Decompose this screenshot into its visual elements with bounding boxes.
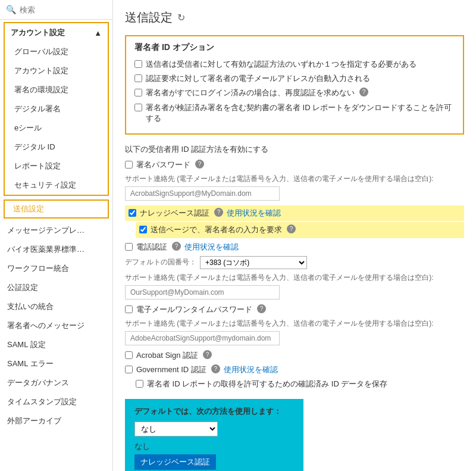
page-title-row: 送信設定 ↻ [125,10,464,26]
phone-auth-link[interactable]: 使用状況を確認 [184,242,239,252]
sidebar-item-msg-template[interactable]: メッセージテンプレ… [0,221,112,240]
help-icon-acrobat[interactable]: ? [203,350,212,359]
kb-sub-row: 送信ページで、署名者名の入力を要求 ? [136,222,464,238]
page-title: 送信設定 [125,10,173,26]
otp-row: 電子メールワンタイムパスワード ? [125,304,464,315]
sidebar-item-notarize[interactable]: 公証設定 [0,278,112,297]
sidebar-item-sign-env[interactable]: 署名の環境設定 [5,80,108,99]
help-icon-3[interactable]: ? [359,88,368,96]
search-input[interactable] [20,5,107,14]
gov-id-sub-checkbox[interactable] [136,380,143,388]
sidebar-item-digital-id[interactable]: デジタル ID [5,138,108,157]
gov-id-sub-row: 署名者 ID レポートの取得を許可するための確認済み ID データを保存 [136,379,464,389]
checkbox-row-3: 署名者がすでにログイン済みの場合は、再度認証を求めない ? [134,88,455,98]
help-icon-kb-sub[interactable]: ? [287,224,296,233]
phone-auth-label: 電話認証 [136,242,167,252]
checkbox-1-label: 送信者は受信者に対して有効な認証方法のいずれか１つを指定する必要がある [146,59,416,70]
kb-auth-link[interactable]: 使用状況を確認 [227,208,281,219]
phone-support-input[interactable] [125,285,280,300]
help-icon-phone[interactable]: ? [172,242,181,251]
country-select[interactable]: +383 (コソボ) [200,256,307,269]
sidebar-item-eseal[interactable]: eシール [5,118,108,138]
help-icon-otp[interactable]: ? [257,304,266,313]
checkbox-3[interactable] [134,89,142,96]
sign-password-checkbox[interactable] [125,161,133,169]
checkbox-row-2: 認証要求に対して署名者の電子メールアドレスが自動入力される [134,73,455,84]
sidebar-item-workflow[interactable]: ワークフロー統合 [0,259,112,278]
sidebar-item-bio-pharma[interactable]: バイオ医薬業界標準… [0,240,112,259]
sidebar-item-timestamp[interactable]: タイムスタンプ設定 [0,392,112,411]
phone-auth-checkbox[interactable] [125,243,133,251]
phone-auth-row: 電話認証 ? 使用状況を確認 [125,242,464,252]
signer-id-section: 署名者 ID オプション 送信者は受信者に対して有効な認証方法のいずれか１つを指… [125,35,464,135]
section-box-title: 署名者 ID オプション [134,42,455,53]
default-method-select[interactable]: なし ナレッジベース認証 [134,422,218,436]
sidebar-item-archive[interactable]: 外部アーカイブ [0,411,112,431]
default-kb-button[interactable]: ナレッジベース認証 [134,454,216,470]
checkbox-2-label: 認証要求に対して署名者の電子メールアドレスが自動入力される [146,73,370,84]
sidebar-item-signer-msg[interactable]: 署名者へのメッセージ [0,316,112,335]
kb-auth-label: ナレッジベース認証 [140,208,209,219]
sidebar-item-report[interactable]: レポート設定 [5,157,108,176]
checkbox-row-4: 署名者が検証済み署名を含む契約書の署名者 ID レポートをダウンロードすることを… [134,102,455,124]
acrobat-sign-checkbox[interactable] [125,351,133,359]
help-icon-kb[interactable]: ? [214,208,223,217]
checkbox-row-1: 送信者は受信者に対して有効な認証方法のいずれか１つを指定する必要がある [134,59,455,70]
sidebar-item-data-gov[interactable]: データガバナンス [0,373,112,392]
account-section-label: アカウント設定 [11,27,65,38]
gov-id-checkbox[interactable] [125,366,133,373]
gov-id-label: Government ID 認証 [136,364,206,375]
chevron-up-icon: ▲ [94,29,102,38]
default-none-text: なし [134,441,294,452]
support-text-1: サポート連絡先 (電子メールまたは電話番号を入力、送信者の電子メールを使用する場… [125,174,464,184]
checkbox-1[interactable] [134,60,142,68]
otp-checkbox[interactable] [125,305,133,313]
kb-sub-label: 送信ページで、署名者名の入力を要求 [151,224,282,235]
sidebar-item-global[interactable]: グローバル設定 [5,42,108,61]
sidebar-item-saml-error[interactable]: SAML エラー [0,354,112,373]
account-section-header[interactable]: アカウント設定 ▲ [5,23,108,42]
sign-password-input[interactable] [125,186,280,201]
default-country-row: デフォルトの国番号： +383 (コソボ) [125,256,464,269]
help-icon-gov[interactable]: ? [211,364,220,373]
refresh-icon[interactable]: ↻ [177,12,185,23]
acrobat-sign-label: Acrobat Sign 認証 [136,350,198,361]
account-section: アカウント設定 ▲ グローバル設定 アカウント設定 署名の環境設定 デジタル署名… [4,22,109,196]
kb-auth-row: ナレッジベース認証 ? 使用状況を確認 [125,205,464,221]
kb-auth-checkbox[interactable] [129,209,136,217]
help-icon-pass[interactable]: ? [195,160,204,169]
gov-id-link[interactable]: 使用状況を確認 [224,364,278,375]
support-text-2: サポート連絡先 (電子メールまたは電話番号を入力、送信者の電子メールを使用する場… [125,273,464,283]
default-country-label: デフォルトの国番号： [125,257,196,267]
acrobat-sign-row: Acrobat Sign 認証 ? [125,350,464,361]
checkbox-4-label: 署名者が検証済み署名を含む契約書の署名者 ID レポートをダウンロードすることを… [146,102,455,124]
checkbox-2[interactable] [134,74,142,82]
support-text-3: サポート連絡先 (電子メールまたは電話番号を入力、送信者の電子メールを使用する場… [125,319,464,329]
kb-sub-checkbox[interactable] [139,226,147,233]
gov-id-row: Government ID 認証 ? 使用状況を確認 [125,364,464,375]
auth-section-label: 以下の受信者用 ID 認証方法を有効にする [125,144,464,155]
default-method-box: デフォルトでは、次の方法を使用します： なし ナレッジベース認証 なし ナレッジ… [125,399,303,471]
default-box-title: デフォルトでは、次の方法を使用します： [134,406,294,417]
checkbox-4[interactable] [134,104,142,111]
sidebar-item-payment[interactable]: 支払いの統合 [0,297,112,316]
search-bar[interactable]: 🔍 [0,0,112,20]
main-content: 送信設定 ↻ 署名者 ID オプション 送信者は受信者に対して有効な認証方法のい… [113,0,476,471]
checkbox-3-label: 署名者がすでにログイン済みの場合は、再度認証を求めない [146,88,355,98]
sidebar-item-send-settings[interactable]: 送信設定 [5,201,108,217]
sidebar-item-saml[interactable]: SAML 設定 [0,335,112,354]
otp-input[interactable] [125,331,280,345]
otp-label: 電子メールワンタイムパスワード [136,304,252,315]
gov-id-sub-label: 署名者 ID レポートの取得を許可するための確認済み ID データを保存 [147,379,387,389]
sign-password-label: 署名パスワード [136,160,190,170]
sidebar-item-digital-sign[interactable]: デジタル署名 [5,99,108,118]
sidebar-item-account[interactable]: アカウント設定 [5,61,108,80]
sign-password-row: 署名パスワード ? [125,160,464,170]
sidebar-item-security[interactable]: セキュリティ設定 [5,176,108,195]
sidebar: 🔍 アカウント設定 ▲ グローバル設定 アカウント設定 署名の環境設定 デジタル… [0,0,113,471]
search-icon: 🔍 [6,5,16,14]
